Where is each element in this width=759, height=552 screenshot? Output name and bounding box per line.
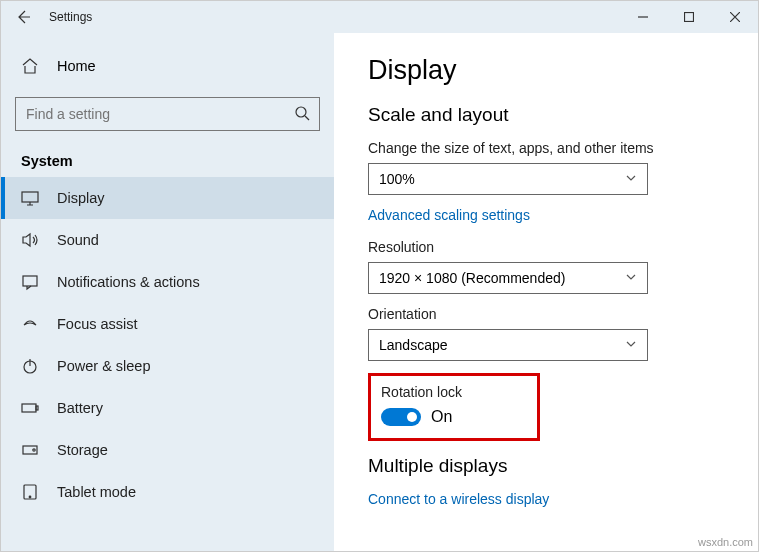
nav-label: Power & sleep [57, 358, 151, 374]
nav-label: Battery [57, 400, 103, 416]
sidebar-section-title: System [1, 149, 334, 177]
svg-rect-9 [24, 485, 36, 499]
sidebar: Home System Display Sound Notifications [1, 33, 334, 551]
window-controls [620, 1, 758, 33]
home-icon [21, 57, 39, 75]
chevron-down-icon [625, 270, 637, 286]
notifications-icon [21, 273, 39, 291]
minimize-button[interactable] [620, 1, 666, 33]
sidebar-home[interactable]: Home [1, 49, 334, 83]
nav-sound[interactable]: Sound [1, 219, 334, 261]
resolution-label: Resolution [368, 239, 724, 255]
nav-label: Display [57, 190, 105, 206]
page-title: Display [368, 55, 724, 86]
chevron-down-icon [625, 171, 637, 187]
chevron-down-icon [625, 337, 637, 353]
nav-label: Storage [57, 442, 108, 458]
nav-label: Tablet mode [57, 484, 136, 500]
nav-focus-assist[interactable]: Focus assist [1, 303, 334, 345]
app-title: Settings [49, 10, 92, 24]
nav-list: Display Sound Notifications & actions Fo… [1, 177, 334, 513]
scale-select[interactable]: 100% [368, 163, 648, 195]
rotation-lock-label: Rotation lock [381, 384, 527, 400]
svg-point-10 [29, 496, 31, 498]
back-button[interactable] [1, 1, 45, 33]
display-icon [21, 189, 39, 207]
orientation-label: Orientation [368, 306, 724, 322]
sound-icon [21, 231, 39, 249]
maximize-button[interactable] [666, 1, 712, 33]
svg-rect-0 [685, 13, 694, 22]
multiple-displays-heading: Multiple displays [368, 455, 724, 477]
close-button[interactable] [712, 1, 758, 33]
battery-icon [21, 399, 39, 417]
nav-label: Sound [57, 232, 99, 248]
storage-icon [21, 441, 39, 459]
minimize-icon [638, 12, 648, 22]
maximize-icon [684, 12, 694, 22]
svg-rect-3 [23, 276, 37, 286]
rotation-lock-highlight: Rotation lock On [368, 373, 540, 441]
power-icon [21, 357, 39, 375]
nav-display[interactable]: Display [1, 177, 334, 219]
advanced-scaling-link[interactable]: Advanced scaling settings [368, 207, 724, 223]
search-input[interactable] [15, 97, 320, 131]
svg-rect-2 [22, 192, 38, 202]
svg-point-8 [33, 449, 35, 451]
back-arrow-icon [15, 9, 31, 25]
nav-tablet-mode[interactable]: Tablet mode [1, 471, 334, 513]
nav-battery[interactable]: Battery [1, 387, 334, 429]
svg-point-1 [296, 107, 306, 117]
svg-rect-6 [36, 406, 38, 410]
titlebar: Settings [1, 1, 758, 33]
resolution-select[interactable]: 1920 × 1080 (Recommended) [368, 262, 648, 294]
scale-heading: Scale and layout [368, 104, 724, 126]
watermark: wsxdn.com [698, 536, 753, 548]
orientation-select[interactable]: Landscape [368, 329, 648, 361]
rotation-lock-toggle[interactable] [381, 408, 421, 426]
main-content: Display Scale and layout Change the size… [334, 33, 758, 551]
search-box[interactable] [15, 97, 320, 131]
body: Home System Display Sound Notifications [1, 33, 758, 551]
rotation-toggle-row: On [381, 408, 527, 426]
resolution-value: 1920 × 1080 (Recommended) [379, 270, 565, 286]
nav-power-sleep[interactable]: Power & sleep [1, 345, 334, 387]
focus-assist-icon [21, 315, 39, 333]
scale-value: 100% [379, 171, 415, 187]
nav-label: Notifications & actions [57, 274, 200, 290]
connect-wireless-link[interactable]: Connect to a wireless display [368, 491, 724, 507]
search-icon [294, 105, 310, 125]
svg-rect-5 [22, 404, 36, 412]
rotation-lock-state: On [431, 408, 452, 426]
orientation-value: Landscape [379, 337, 448, 353]
home-label: Home [57, 58, 96, 74]
settings-window: Settings Home System Display [0, 0, 759, 552]
close-icon [730, 12, 740, 22]
nav-storage[interactable]: Storage [1, 429, 334, 471]
nav-label: Focus assist [57, 316, 138, 332]
tablet-icon [21, 483, 39, 501]
scale-label: Change the size of text, apps, and other… [368, 140, 724, 156]
nav-notifications[interactable]: Notifications & actions [1, 261, 334, 303]
